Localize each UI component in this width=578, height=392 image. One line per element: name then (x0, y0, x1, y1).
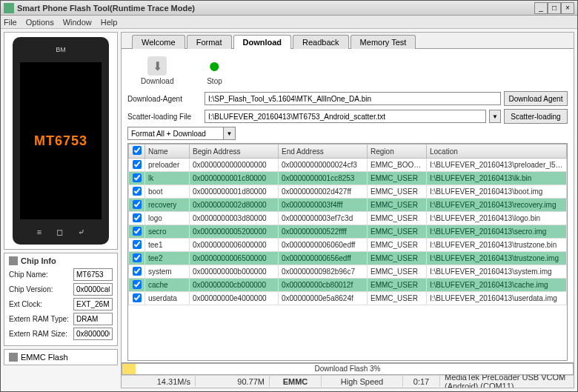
row-checkbox[interactable] (133, 213, 142, 222)
cell-end: 0x0000000001cc8253 (279, 172, 368, 185)
menu-options[interactable]: Options (26, 18, 54, 27)
titlebar[interactable]: Smart Phone Flash Tool(Runtime Trace Mod… (1, 1, 577, 16)
tab-welcome[interactable]: Welcome (132, 35, 185, 49)
scatter-file-field[interactable] (205, 110, 486, 123)
maximize-button[interactable]: □ (548, 2, 561, 14)
menu-file[interactable]: File (4, 18, 17, 27)
chevron-down-icon[interactable]: ▼ (224, 127, 236, 140)
cell-location: I:\BLUFEVER_20160413\preloader_l5460.bin (427, 159, 567, 172)
tab-format[interactable]: Format (187, 35, 232, 49)
cell-location: I:\BLUFEVER_20160413\lk.bin (427, 172, 567, 185)
table-row[interactable]: lk 0x0000000001c80000 0x0000000001cc8253… (129, 172, 567, 185)
cell-region: EMMC_USER (368, 252, 427, 265)
tab-download[interactable]: Download (233, 35, 292, 49)
chip-version-field[interactable] (73, 283, 113, 296)
cell-region: EMMC_USER (368, 265, 427, 279)
back-key-icon: ⤶ (78, 227, 84, 237)
cell-location: I:\BLUFEVER_20160413\trustzone.bin (427, 239, 567, 252)
download-agent-field[interactable] (205, 92, 501, 105)
status-bar: 14.31M/s 90.77M EMMC High Speed 0:17 Med… (122, 375, 574, 387)
status-usb-mode: High Speed (322, 376, 403, 387)
table-row[interactable]: secro 0x0000000005200000 0x000000000522f… (129, 225, 567, 239)
cell-location: I:\BLUFEVER_20160413\logo.bin (427, 212, 567, 225)
emmc-title: EMMC Flash (21, 353, 68, 362)
cell-name: system (145, 265, 190, 279)
cell-region: EMMC_USER (368, 239, 427, 252)
download-mode-field[interactable] (127, 127, 224, 140)
table-row[interactable]: preloader 0x0000000000000000 0x000000000… (129, 159, 567, 172)
row-checkbox[interactable] (133, 160, 142, 169)
cell-location: I:\BLUFEVER_20160413\secro.img (427, 225, 567, 239)
table-row[interactable]: boot 0x0000000001d80000 0x0000000002d427… (129, 185, 567, 199)
table-row[interactable]: tee1 0x0000000006000000 0x0000000006060e… (129, 239, 567, 252)
cell-end: 0x00000000000024cf3 (279, 159, 368, 172)
cell-end: 0x00000000cb80012f (279, 279, 368, 292)
chip-name-field[interactable] (73, 268, 113, 281)
cell-begin: 0x00000000cb000000 (190, 279, 279, 292)
app-icon (4, 3, 14, 13)
table-row[interactable]: tee2 0x0000000006500000 0x000000000656ed… (129, 252, 567, 265)
partition-table: Name Begin Address End Address Region Lo… (128, 144, 567, 305)
header-begin[interactable]: Begin Address (190, 144, 279, 159)
close-button[interactable]: × (561, 2, 574, 14)
table-row[interactable]: userdata 0x00000000e4000000 0x00000000e5… (129, 292, 567, 305)
download-mode-select[interactable]: ▼ (127, 127, 568, 140)
ram-type-field[interactable] (73, 313, 113, 325)
scatter-loading-button[interactable]: Scatter-loading (504, 109, 568, 124)
header-checkbox[interactable] (129, 144, 145, 159)
cell-end: 0x00000000982b96c7 (279, 265, 368, 279)
ext-clock-field[interactable] (73, 298, 113, 310)
cell-end: 0x000000000656edff (279, 252, 368, 265)
cell-name: secro (145, 225, 190, 239)
table-row[interactable]: system 0x000000000b000000 0x00000000982b… (129, 265, 567, 279)
tab-memory-test[interactable]: Memory Test (351, 35, 416, 49)
cell-end: 0x0000000003f4fff (279, 199, 368, 212)
header-region[interactable]: Region (368, 144, 427, 159)
table-row[interactable]: logo 0x0000000003d80000 0x0000000003ef7c… (129, 212, 567, 225)
cell-begin: 0x0000000002d80000 (190, 199, 279, 212)
row-checkbox[interactable] (133, 267, 142, 276)
header-location[interactable]: Location (427, 144, 567, 159)
cell-region: EMMC_USER (368, 172, 427, 185)
row-checkbox[interactable] (133, 240, 142, 249)
cell-name: tee1 (145, 239, 190, 252)
stop-button[interactable]: ● Stop (200, 55, 228, 87)
download-agent-label: Download-Agent (127, 95, 202, 103)
download-button[interactable]: ⬇ Download (136, 55, 178, 87)
download-agent-button[interactable]: Download Agent (504, 91, 568, 106)
row-checkbox[interactable] (133, 200, 142, 209)
ram-size-field[interactable] (73, 328, 113, 340)
status-total: 90.77M (196, 376, 270, 387)
row-checkbox[interactable] (133, 253, 142, 262)
cell-region: EMMC_USER (368, 199, 427, 212)
menu-window[interactable]: Window (63, 18, 92, 27)
table-row[interactable]: cache 0x00000000cb000000 0x00000000cb800… (129, 279, 567, 292)
cell-begin: 0x0000000000000000 (190, 159, 279, 172)
row-checkbox[interactable] (133, 280, 142, 289)
cell-name: tee2 (145, 252, 190, 265)
scatter-dropdown-icon[interactable]: ▼ (489, 110, 501, 123)
row-checkbox[interactable] (133, 227, 142, 236)
table-row[interactable]: recovery 0x0000000002d80000 0x0000000003… (129, 199, 567, 212)
menu-help[interactable]: Help (101, 18, 118, 27)
header-name[interactable]: Name (145, 144, 190, 159)
cell-begin: 0x000000000b000000 (190, 265, 279, 279)
status-time: 0:17 (403, 376, 440, 387)
status-storage: EMMC (270, 376, 322, 387)
cell-location: I:\BLUFEVER_20160413\userdata.img (427, 292, 567, 305)
header-end[interactable]: End Address (279, 144, 368, 159)
ram-size-label: Extern RAM Size: (9, 330, 71, 338)
row-checkbox[interactable] (133, 293, 142, 302)
row-checkbox[interactable] (133, 187, 142, 196)
minimize-button[interactable]: _ (534, 2, 548, 14)
app-window: Smart Phone Flash Tool(Runtime Trace Mod… (0, 0, 578, 392)
scatter-file-label: Scatter-loading File (127, 113, 202, 121)
chip-info-title: Chip Info (21, 256, 56, 265)
row-checkbox[interactable] (133, 173, 142, 182)
status-speed: 14.31M/s (122, 376, 196, 387)
cell-location: I:\BLUFEVER_20160413\recovery.img (427, 199, 567, 212)
window-title: Smart Phone Flash Tool(Runtime Trace Mod… (17, 4, 534, 13)
tab-readback[interactable]: Readback (293, 35, 349, 49)
ext-clock-label: Ext Clock: (9, 300, 71, 308)
cell-name: userdata (145, 292, 190, 305)
